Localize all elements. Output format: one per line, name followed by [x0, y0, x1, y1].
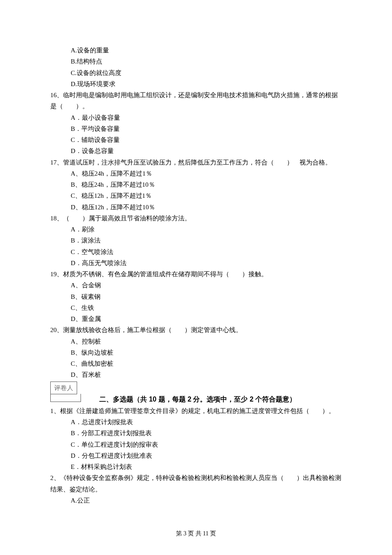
- q15-option-b: B.结构特点: [50, 56, 342, 67]
- q18-option-a: A．刷涂: [50, 224, 342, 235]
- q16-text: 16、临时用电是编制临时用电施工组织设计，还是编制安全用电技术措施和电气防火措施…: [50, 90, 342, 112]
- q19-option-a: A、合金钢: [50, 280, 342, 291]
- q18-option-b: B．滚涂法: [50, 235, 342, 246]
- q18-option-c: C．空气喷涂法: [50, 246, 342, 257]
- mq1-option-d: D．分包工程进度计划批准表: [50, 450, 342, 461]
- q15-option-c: C.设备的就位高度: [50, 67, 342, 78]
- mq1-option-c: C．单位工程进度计划的报审表: [50, 439, 342, 450]
- q16-option-a: A．最小设备容量: [50, 112, 342, 123]
- mq2-option-a: A.公正: [50, 495, 342, 506]
- q15-option-a: A.设备的重量: [50, 45, 342, 56]
- q20-option-b: B、纵向边坡桩: [50, 347, 342, 358]
- q17-option-c: C、稳压12h，压降不超过1％: [50, 190, 342, 201]
- section-2-heading: 二、多选题（共 10 题，每题 2 分。选项中，至少 2 个符合题意）: [50, 393, 342, 405]
- exam-page: A.设备的重量 B.结构特点 C.设备的就位高度 D.现场环境要求 16、临时用…: [0, 0, 392, 555]
- q18-option-d: D．高压无气喷涂法: [50, 257, 342, 269]
- grader-label: 评卷人: [50, 382, 77, 394]
- mq1-text: 1、根据《注册建造师施工管理签章文件目录》的规定，机电工程的施工进度管理文件包括…: [50, 405, 342, 416]
- q20-option-a: A、控制桩: [50, 336, 342, 347]
- q17-option-b: B、稳压24h，压降不超过10％: [50, 179, 342, 190]
- q16-option-b: B．平均设备容量: [50, 123, 342, 134]
- q17-option-a: A、稳压24h，压降不超过1％: [50, 168, 342, 179]
- q16-option-d: D．设备总容量: [50, 145, 342, 156]
- mq1-option-e: E．材料采购总计划表: [50, 461, 342, 472]
- q19-option-b: B、碳素钢: [50, 291, 342, 302]
- q20-option-d: D、百米桩: [50, 369, 342, 380]
- mq1-option-b: B．分部工程进度计划报批表: [50, 428, 342, 439]
- q18-text: 18、（ ）属于最高效且节省油料的喷涂方法。: [50, 213, 342, 224]
- q17-text: 17、管道试压时，注水排气升压至试验压力，然后降低压力至工作压力，符合（ ） 视…: [50, 157, 342, 168]
- page-footer: 第 3 页 共 11 页: [0, 529, 392, 539]
- q15-option-d: D.现场环境要求: [50, 78, 342, 90]
- q20-text: 20、测量放线验收合格后，施工单位根据（ ）测定管道中心线。: [50, 324, 342, 335]
- q20-option-c: C、曲线加密桩: [50, 358, 342, 369]
- q16-option-c: C．辅助设备容量: [50, 134, 342, 145]
- mq2-text: 2、《特种设备安全监察条例》规定，特种设备检验检测机构和检验检测人员应当（ ）出…: [50, 472, 342, 495]
- mq1-option-a: A．总进度计划报批表: [50, 416, 342, 428]
- q19-option-d: D、重金属: [50, 313, 342, 324]
- q19-text: 19、材质为不锈钢、有色金属的管道组成件在储存期间不得与（ ）接触。: [50, 269, 342, 280]
- q17-option-d: D、稳压12h，压降不超过10％: [50, 202, 342, 213]
- q19-option-c: C、生铁: [50, 302, 342, 313]
